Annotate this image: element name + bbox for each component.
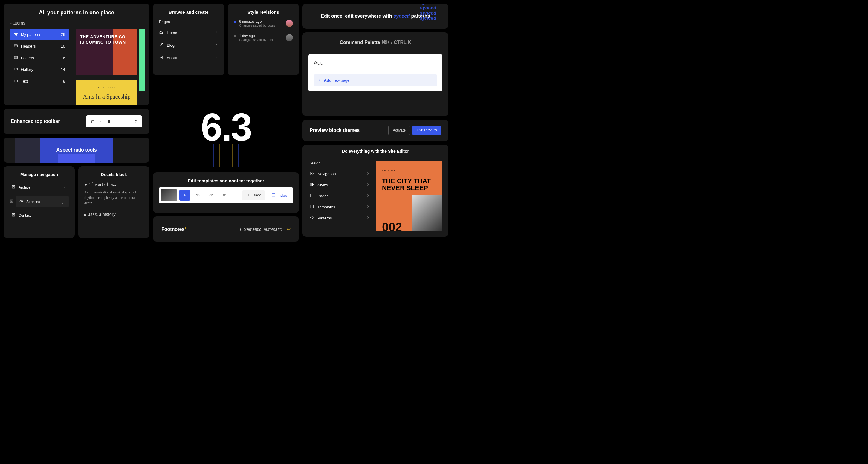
svg-rect-27	[311, 194, 313, 197]
toolbar-card: Enhanced top toolbar ·	[4, 109, 150, 134]
nav-item-contact[interactable]: Contact	[9, 210, 69, 221]
page-item-home[interactable]: Home	[159, 26, 218, 39]
page-item-blog[interactable]: Blog	[159, 39, 218, 52]
return-icon[interactable]: ↩	[287, 227, 290, 232]
list-view-button[interactable]	[219, 190, 229, 200]
page-label: Home	[167, 30, 177, 35]
se-label: Navigation	[317, 172, 336, 176]
chevron-right-icon	[63, 213, 67, 218]
add-block-button[interactable]: +	[179, 190, 190, 200]
se-item-navigation[interactable]: Navigation	[308, 168, 371, 179]
layout-icon	[271, 193, 276, 198]
preview-title: Ants In a Spaceship	[76, 93, 137, 100]
copy-icon[interactable]	[89, 119, 95, 123]
svg-rect-14	[12, 213, 14, 216]
site-editor-card: Do everything with the Site Editor Desig…	[303, 145, 448, 237]
command-input[interactable]: Add	[314, 60, 437, 66]
preview-small: FICTIONARY	[98, 86, 115, 89]
command-result-add-page[interactable]: + Add new page	[314, 74, 437, 86]
browse-card: Browse and create Pages + Home Blog Abou…	[153, 4, 224, 75]
revision-dot-icon	[234, 21, 236, 23]
nav-item-archive[interactable]: Archive	[9, 182, 69, 193]
synced-bg-text: syncedsyncedsyncedsyncedsynced	[420, 4, 436, 21]
drag-handle-icon[interactable]: ⋮⋮	[56, 199, 65, 205]
footnote-sup: 1	[184, 226, 186, 229]
se-item-patterns[interactable]: Patterns	[308, 213, 371, 224]
version-number: 6.3	[201, 105, 251, 150]
revisions-card: Style revisions 6 minutes ago Changes sa…	[228, 4, 299, 75]
patterns-card: All your patterns in one place Patterns …	[4, 4, 150, 105]
contrast-icon	[310, 182, 314, 187]
command-input-box[interactable]: Add + Add new page	[308, 54, 442, 91]
layout-icon	[14, 44, 18, 49]
navigation-card: Manage navigation Archive Services ⋮⋮ Co…	[4, 166, 75, 238]
pattern-label: Headers	[21, 44, 36, 49]
svg-rect-5	[91, 120, 93, 122]
svg-rect-23	[272, 193, 275, 196]
site-editor-preview[interactable]: RAINFALL THE CITY THAT NEVER SLEEP 002	[376, 161, 442, 231]
pattern-item-my-patterns[interactable]: My patterns 26	[9, 29, 69, 40]
separator-dot: ·	[100, 119, 101, 124]
collapse-icon[interactable]	[133, 119, 139, 123]
pattern-preview-adventure[interactable]: THE ADVENTURE CO. IS COMING TO TOWN	[76, 29, 137, 75]
index-button[interactable]: Index	[267, 190, 291, 200]
compass-icon	[310, 171, 314, 176]
command-title: Command Palette ⌘K / CTRL K	[308, 39, 442, 45]
svg-rect-12	[20, 200, 21, 202]
details-summary-open[interactable]: ▼The art of jazz	[84, 182, 144, 187]
page-item-about[interactable]: About	[159, 52, 218, 64]
se-item-pages[interactable]: Pages	[308, 190, 371, 202]
command-palette-card: Command Palette ⌘K / CTRL K Add + Add ne…	[303, 32, 448, 116]
document-icon	[310, 193, 314, 198]
revision-by: Changes saved by Ella	[239, 38, 273, 41]
pattern-item-headers[interactable]: Headers 10	[9, 41, 69, 52]
pattern-item-text[interactable]: Text 8	[9, 75, 69, 87]
divider	[128, 118, 128, 125]
redo-button[interactable]	[206, 190, 216, 200]
details-summary-closed[interactable]: ▶Jazz, a history	[84, 212, 144, 217]
activate-button[interactable]: Activate	[388, 126, 410, 135]
footnotes-card: Footnotes1 1. Semantic, automatic. ↩	[153, 216, 299, 242]
template-toolbar: + Back Index	[159, 187, 293, 203]
command-shortcut: ⌘K / CTRL K	[381, 40, 411, 45]
add-page-button[interactable]: +	[216, 20, 218, 24]
revision-by: Changes saved by Louis	[239, 24, 275, 27]
document-icon	[11, 213, 16, 218]
pattern-item-gallery[interactable]: Gallery 14	[9, 64, 69, 75]
pattern-item-footers[interactable]: Footers 6	[9, 52, 69, 63]
templates-title: Edit templates and content together	[159, 178, 293, 183]
folder-icon	[14, 67, 18, 72]
synced-title: Edit once, edit everywhere with synced p…	[321, 13, 430, 19]
toolbar-title: Enhanced top toolbar	[11, 119, 60, 124]
se-label: Pages	[317, 194, 329, 198]
nav-title: Manage navigation	[9, 172, 69, 177]
template-thumbnail	[161, 189, 177, 201]
diamond-icon	[310, 216, 314, 221]
pattern-label: Text	[21, 79, 28, 84]
back-button[interactable]: Back	[242, 190, 265, 200]
nav-item-services[interactable]: Services ⋮⋮	[16, 196, 69, 208]
preview-themes-card: Preview block themes Activate Live Previ…	[303, 120, 448, 141]
chevron-right-icon	[366, 171, 370, 176]
avatar	[286, 34, 293, 41]
se-preview-label: RAINFALL	[382, 169, 396, 172]
move-icon[interactable]	[117, 118, 123, 124]
revision-item[interactable]: 1 day ago Changes saved by Ella	[234, 34, 293, 41]
chevron-right-icon	[366, 182, 370, 187]
page-label: Blog	[167, 43, 175, 48]
se-item-styles[interactable]: Styles	[308, 179, 371, 190]
nav-label: Archive	[19, 185, 30, 190]
details-title: Details block	[84, 172, 144, 177]
svg-rect-6	[12, 185, 14, 188]
se-item-templates[interactable]: Templates	[308, 202, 371, 213]
svg-rect-30	[310, 205, 314, 208]
pattern-preview-ants[interactable]: FICTIONARY Ants In a Spaceship	[76, 80, 137, 105]
undo-button[interactable]	[192, 190, 203, 200]
bookmark-icon[interactable]	[106, 119, 112, 124]
chevron-right-icon	[63, 185, 67, 190]
revision-item[interactable]: 6 minutes ago Changes saved by Louis	[234, 20, 293, 27]
link-icon	[19, 199, 23, 205]
patterns-heading: Patterns	[9, 21, 144, 25]
back-label: Back	[253, 193, 261, 197]
live-preview-button[interactable]: Live Preview	[412, 126, 441, 135]
